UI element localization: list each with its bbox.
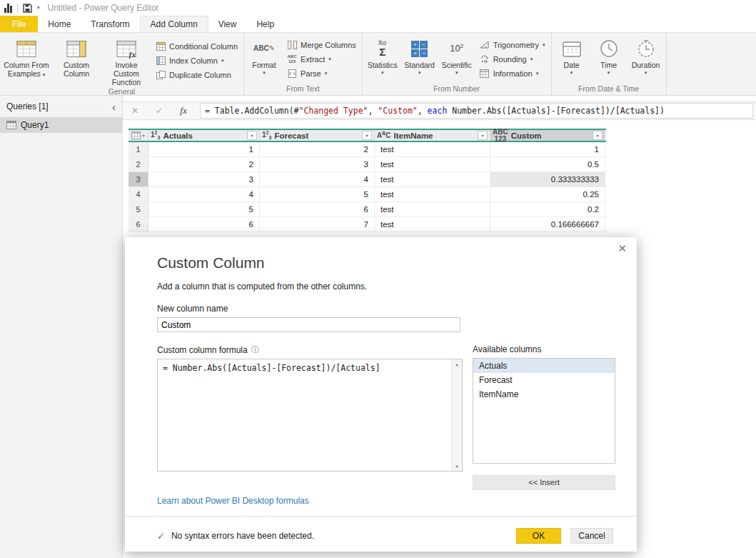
close-icon[interactable]: ✕: [618, 243, 627, 254]
table-cell[interactable]: test: [375, 142, 490, 156]
table-cell[interactable]: 6: [148, 217, 260, 231]
column-header-actuals[interactable]: 123 Actuals ▾: [148, 130, 260, 141]
dialog-footer: ✓ No syntax errors have been detected. O…: [157, 528, 613, 544]
filter-button[interactable]: ▾: [593, 131, 603, 140]
titlebar-divider: [17, 4, 18, 12]
filter-button[interactable]: ▾: [247, 131, 257, 140]
column-header-itemname[interactable]: ABC ItemName ▾: [375, 130, 490, 141]
dialog-title: Custom Column: [157, 254, 613, 271]
index-column-icon: [156, 56, 166, 65]
insert-button[interactable]: << Insert: [473, 475, 615, 490]
available-column-item[interactable]: ItemName: [473, 387, 615, 402]
sidebar-item-query1[interactable]: Query1: [0, 117, 122, 133]
new-column-name-input[interactable]: [157, 317, 460, 332]
table-cell[interactable]: 6: [260, 202, 375, 216]
extract-button[interactable]: ABC123 Extract ▾: [287, 53, 356, 65]
time-button[interactable]: Time ▾: [590, 34, 628, 84]
table-cell[interactable]: 1: [490, 142, 605, 156]
table-cell[interactable]: test: [375, 217, 490, 231]
row-number[interactable]: 6: [128, 217, 148, 231]
scientific-button[interactable]: 102 Scientific ▾: [438, 34, 475, 84]
tab-transform[interactable]: Transform: [81, 16, 139, 32]
merge-columns-button[interactable]: Merge Columns: [287, 39, 356, 51]
filter-button[interactable]: ▾: [478, 131, 488, 140]
row-number[interactable]: 2: [128, 157, 148, 171]
standard-button[interactable]: +−×÷ Standard ▾: [401, 34, 438, 84]
table-cell[interactable]: 5: [260, 187, 375, 201]
commit-formula-icon[interactable]: ✓: [147, 106, 171, 116]
ok-button[interactable]: OK: [516, 528, 561, 544]
row-number[interactable]: 4: [128, 187, 148, 201]
parse-button[interactable]: Parse ▾: [287, 67, 356, 79]
filter-button[interactable]: ▾: [362, 131, 372, 140]
format-button[interactable]: ABC✎ Format ▾: [246, 34, 283, 84]
quick-access-dropdown-icon[interactable]: ▾: [37, 5, 40, 11]
table-cell[interactable]: 1: [148, 142, 260, 156]
queries-pane: Queries [1] ‹ Query1: [0, 96, 123, 558]
scientific-icon: 102: [450, 38, 463, 59]
table-cell[interactable]: test: [375, 187, 490, 201]
table-cell[interactable]: 2: [260, 142, 375, 156]
duration-button[interactable]: Duration ▾: [628, 34, 665, 84]
custom-column-button[interactable]: Custom Column: [51, 34, 101, 86]
number-type-icon: 123: [151, 130, 160, 140]
info-icon[interactable]: ⓘ: [251, 344, 259, 355]
table-cell[interactable]: test: [375, 172, 490, 186]
available-column-item[interactable]: Forecast: [473, 373, 615, 387]
statistics-button[interactable]: X̄σΣ Statistics ▾: [364, 34, 401, 84]
ribbon-group-general: Column From Examples ▾ Custom Column fx …: [0, 33, 244, 95]
dropdown-caret-icon: ▾: [455, 70, 458, 76]
table-cell[interactable]: 4: [260, 172, 375, 186]
table-cell[interactable]: test: [375, 157, 490, 171]
table-cell[interactable]: 0.5: [490, 157, 605, 171]
table-cell[interactable]: 3: [260, 157, 375, 171]
column-header-custom[interactable]: ABC123 Custom ▾: [490, 130, 605, 141]
table-cell[interactable]: 3: [148, 172, 260, 186]
row-number[interactable]: 3: [128, 172, 148, 186]
table-cell[interactable]: 4: [148, 187, 260, 201]
tab-help[interactable]: Help: [246, 16, 284, 32]
table-cell[interactable]: test: [375, 202, 490, 216]
save-icon[interactable]: [23, 4, 32, 13]
scroll-up-icon[interactable]: ▲: [455, 362, 458, 367]
table-cell[interactable]: 0.166666667: [490, 217, 605, 231]
cancel-formula-icon[interactable]: ✕: [123, 106, 147, 116]
select-all-table-button[interactable]: ▾: [128, 130, 148, 141]
dropdown-caret-icon: ▾: [263, 70, 266, 76]
learn-formulas-link[interactable]: Learn about Power BI Desktop formulas: [157, 496, 613, 506]
table-cell[interactable]: 7: [260, 217, 375, 231]
cancel-button[interactable]: Cancel: [570, 528, 613, 544]
table-cell[interactable]: 5: [148, 202, 260, 216]
table-row: 334test0.333333333: [128, 172, 606, 187]
row-number[interactable]: 1: [128, 142, 148, 156]
tab-home[interactable]: Home: [38, 16, 81, 32]
scroll-down-icon[interactable]: ▼: [455, 464, 458, 469]
table-cell[interactable]: 0.25: [490, 187, 605, 201]
tab-add-column[interactable]: Add Column: [140, 16, 208, 32]
table-cell[interactable]: 2: [148, 157, 260, 171]
dropdown-caret-icon: ▾: [608, 70, 610, 76]
index-column-button[interactable]: Index Column ▾: [156, 54, 238, 66]
invoke-custom-function-button[interactable]: fx Invoke Custom Function: [101, 34, 151, 86]
table-cell[interactable]: 0.333333333: [490, 172, 605, 186]
duplicate-column-button[interactable]: Duplicate Column: [156, 69, 238, 81]
column-header-forecast[interactable]: 123 Forecast ▾: [260, 130, 375, 141]
custom-column-formula-editor[interactable]: = Number.Abs([Actuals]-[Forecast])/[Actu…: [157, 359, 463, 472]
date-button[interactable]: Date ▾: [553, 34, 590, 84]
rounding-button[interactable]: Rounding ▾: [480, 53, 545, 65]
trigonometry-button[interactable]: Trigonometry ▾: [480, 39, 545, 51]
scrollbar[interactable]: ▲▼: [451, 359, 462, 471]
table-header-row: ▾ 123 Actuals ▾ 123 Forecast ▾ ABC ItemN…: [128, 129, 606, 142]
table-cell[interactable]: 0.2: [490, 202, 605, 216]
available-column-item[interactable]: Actuals: [473, 359, 615, 373]
tab-view[interactable]: View: [208, 16, 247, 32]
row-number[interactable]: 5: [128, 202, 148, 216]
information-button[interactable]: Information ▾: [480, 67, 545, 79]
conditional-column-button[interactable]: Conditional Column: [156, 40, 238, 52]
column-from-examples-button[interactable]: Column From Examples ▾: [1, 34, 51, 86]
dropdown-caret-icon: ▾: [530, 56, 533, 62]
formula-input[interactable]: = Table.AddColumn(#"Changed Type", "Cust…: [200, 103, 753, 119]
tab-file[interactable]: File: [0, 16, 38, 32]
text-type-icon: ABC: [377, 131, 391, 139]
collapse-pane-icon[interactable]: ‹: [112, 101, 116, 112]
